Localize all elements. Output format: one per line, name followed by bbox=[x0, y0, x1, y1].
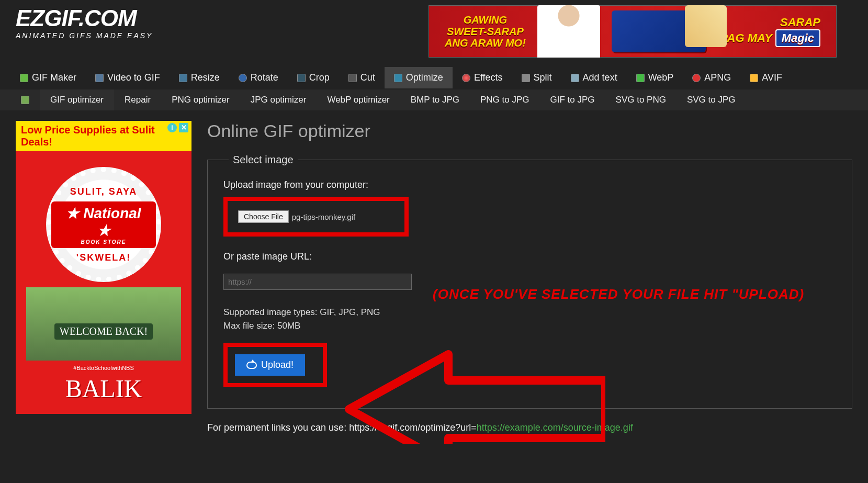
tool-icon bbox=[21, 96, 29, 104]
ad-balik: BALIK bbox=[26, 374, 181, 403]
subnav-svg-to-jpg[interactable]: SVG to JPG bbox=[677, 89, 746, 110]
ad-hashtag: #BacktoSchoolwithNBS bbox=[26, 365, 181, 371]
secondary-nav: GIF optimizer Repair PNG optimizer JPG o… bbox=[0, 89, 868, 110]
chosen-file-name: pg-tips-monkey.gif bbox=[292, 212, 355, 221]
subnav-svg-to-png[interactable]: SVG to PNG bbox=[605, 89, 677, 110]
nav-webp[interactable]: WebP bbox=[627, 67, 683, 88]
supported-types: Supported image types: GIF, JPG, PNG bbox=[223, 306, 836, 319]
ad-close-icon[interactable]: ✕ bbox=[179, 123, 188, 132]
seal-bottom: 'SKWELA! bbox=[76, 252, 131, 263]
seal-sub: BOOK STORE bbox=[61, 239, 146, 245]
upload-highlight-box: Upload! bbox=[223, 343, 327, 387]
cut-icon bbox=[348, 74, 357, 82]
subnav-gif-optimizer[interactable]: GIF optimizer bbox=[40, 89, 114, 110]
ad-person-image bbox=[537, 5, 600, 58]
subnav-icon[interactable] bbox=[10, 91, 40, 109]
effects-icon bbox=[462, 74, 470, 82]
annotation-text: (ONCE YOU'VE SELECTED YOUR FILE HIT "UPL… bbox=[433, 286, 804, 302]
crop-icon bbox=[297, 74, 306, 82]
avif-icon bbox=[750, 74, 758, 82]
file-highlight-box: Choose File pg-tips-monkey.gif bbox=[223, 197, 409, 237]
ad-brand: Magic bbox=[775, 29, 820, 47]
upload-button-label: Upload! bbox=[261, 360, 294, 370]
nav-gif-maker[interactable]: GIF Maker bbox=[10, 67, 86, 88]
choose-file-button[interactable]: Choose File bbox=[238, 210, 289, 223]
sidebar-ad-headline: Low Price Supplies at Sulit Deals! i ✕ bbox=[16, 121, 191, 151]
nav-rotate[interactable]: Rotate bbox=[229, 67, 288, 88]
subnav-gif-to-jpg[interactable]: GIF to JPG bbox=[540, 89, 605, 110]
ad-product-image bbox=[612, 10, 706, 52]
permalink-example: https://example.com/source-image.gif bbox=[477, 422, 633, 433]
nav-optimize[interactable]: Optimize bbox=[385, 67, 453, 88]
permalink-hint: For permanent links you can use: https:/… bbox=[207, 422, 852, 433]
image-url-input[interactable] bbox=[223, 274, 412, 290]
cloud-upload-icon bbox=[246, 362, 257, 369]
ad-seal: SULIT, SAYA ★ National ★ BOOK STORE 'SKW… bbox=[46, 167, 161, 282]
logo-tagline: ANIMATED GIFS MADE EASY bbox=[16, 31, 153, 40]
nav-avif[interactable]: AVIF bbox=[740, 67, 792, 88]
top-banner-ad[interactable]: GAWING SWEET-SARAP ANG ARAW MO! NEW SARA… bbox=[429, 5, 837, 58]
nav-video-to-gif[interactable]: Video to GIF bbox=[86, 67, 170, 88]
add-text-icon bbox=[571, 74, 579, 82]
ad-headline: GAWING SWEET-SARAP ANG ARAW MO! bbox=[445, 14, 526, 49]
fieldset-legend: Select image bbox=[229, 154, 298, 166]
select-image-fieldset: Select image Upload image from your comp… bbox=[207, 154, 852, 409]
upload-button[interactable]: Upload! bbox=[235, 354, 305, 376]
sidebar-ad[interactable]: Low Price Supplies at Sulit Deals! i ✕ S… bbox=[16, 121, 191, 414]
subnav-png-to-jpg[interactable]: PNG to JPG bbox=[470, 89, 540, 110]
or-paste-url-label: Or paste image URL: bbox=[223, 251, 836, 262]
gif-maker-icon bbox=[20, 74, 28, 82]
ad-info-icon[interactable]: i bbox=[167, 123, 177, 132]
seal-main: ★ National ★ BOOK STORE bbox=[51, 201, 156, 248]
rotate-icon bbox=[239, 74, 247, 82]
permalink-prefix: For permanent links you can use: https:/… bbox=[207, 422, 477, 433]
nav-cut[interactable]: Cut bbox=[339, 67, 385, 88]
site-logo[interactable]: EZGIF.COM ANIMATED GIFS MADE EASY bbox=[16, 5, 153, 40]
nav-effects[interactable]: Effects bbox=[453, 67, 512, 88]
subnav-png-optimizer[interactable]: PNG optimizer bbox=[161, 89, 240, 110]
resize-icon bbox=[179, 74, 187, 82]
optimize-icon bbox=[394, 74, 402, 82]
logo-title: EZGIF.COM bbox=[16, 5, 153, 31]
max-file-size: Max file size: 50MB bbox=[223, 319, 836, 333]
subnav-bmp-to-jpg[interactable]: BMP to JPG bbox=[400, 89, 470, 110]
subnav-jpg-optimizer[interactable]: JPG optimizer bbox=[240, 89, 317, 110]
file-input-row: Choose File pg-tips-monkey.gif bbox=[231, 204, 363, 229]
upload-label: Upload image from your computer: bbox=[223, 179, 836, 190]
nav-split[interactable]: Split bbox=[512, 67, 561, 88]
nav-resize[interactable]: Resize bbox=[170, 67, 229, 88]
apng-icon bbox=[692, 74, 701, 82]
nav-apng[interactable]: APNG bbox=[683, 67, 740, 88]
nav-add-text[interactable]: Add text bbox=[561, 67, 627, 88]
primary-nav: GIF Maker Video to GIF Resize Rotate Cro… bbox=[0, 67, 868, 88]
page-title: Online GIF optimizer bbox=[207, 121, 852, 141]
split-icon bbox=[522, 74, 530, 82]
subnav-repair[interactable]: Repair bbox=[114, 89, 161, 110]
ad-right-top: SARAP bbox=[717, 16, 820, 29]
ad-kids-image: WELCOME BACK! bbox=[26, 287, 181, 361]
subnav-webp-optimizer[interactable]: WebP optimizer bbox=[317, 89, 400, 110]
webp-icon bbox=[636, 74, 645, 82]
video-icon bbox=[95, 74, 104, 82]
nav-crop[interactable]: Crop bbox=[288, 67, 339, 88]
seal-top: SULIT, SAYA bbox=[70, 186, 138, 197]
ad-welcome: WELCOME BACK! bbox=[54, 323, 153, 340]
ad-right-text: SARAP 'PAG MAY Magic bbox=[717, 16, 820, 47]
